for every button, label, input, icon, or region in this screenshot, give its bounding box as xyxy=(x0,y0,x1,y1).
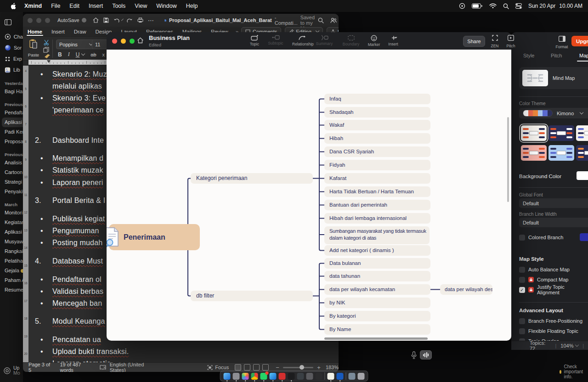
save-icon[interactable] xyxy=(103,17,109,23)
mindmap-subtopic[interactable]: Add net kategori ( dinamis ) xyxy=(324,245,430,256)
map-title[interactable]: Business Plan xyxy=(149,34,190,41)
dock-preview-icon[interactable] xyxy=(349,373,356,380)
waveform-pill[interactable] xyxy=(420,350,432,360)
microphone-icon[interactable] xyxy=(411,351,417,359)
checkbox[interactable]: ✓ xyxy=(519,287,525,293)
option-auto-balance-map[interactable]: Auto Balance Map xyxy=(519,266,570,273)
format-button[interactable]: Format xyxy=(552,36,572,50)
minimize-icon[interactable] xyxy=(36,18,41,23)
mindmap-subtopic[interactable]: Dana CSR Syariah xyxy=(324,146,430,157)
menu-item-tools[interactable]: Tools xyxy=(107,3,130,9)
tool-topic-button[interactable]: Topic xyxy=(244,35,265,46)
sidebar-chat-item[interactable]: Rangkai xyxy=(0,247,23,256)
minimize-icon[interactable] xyxy=(121,39,126,44)
zoom-slider[interactable] xyxy=(283,367,313,368)
colored-branch-checkbox[interactable]: Colored Branch xyxy=(519,234,563,241)
option-compact-map[interactable]: Compact Map xyxy=(519,276,568,283)
cut-icon[interactable] xyxy=(43,39,50,45)
close-icon[interactable] xyxy=(28,18,33,23)
subscript-button[interactable]: x xyxy=(102,52,105,57)
dock-word-icon[interactable] xyxy=(337,373,344,380)
attachment-doc-icon[interactable] xyxy=(107,227,120,248)
sidebar-chat-item[interactable]: Aplikasi xyxy=(0,227,23,237)
control-center-icon[interactable] xyxy=(515,3,522,9)
canvas-zoom-level[interactable]: 104% xyxy=(560,343,573,348)
theme-thumbnail[interactable] xyxy=(548,125,574,141)
branch-line-width-select[interactable]: Default xyxy=(519,218,588,227)
sidebar-chat-item[interactable]: Strategi xyxy=(0,177,23,187)
menu-clock-time[interactable]: 10.00 AM xyxy=(559,3,582,9)
sidebar-chat-item[interactable]: Pelatiha xyxy=(0,256,23,266)
menu-app-name[interactable]: Xmind xyxy=(20,3,46,9)
sidebar-chat-item[interactable]: Paham A xyxy=(0,275,23,285)
sidebar-chat-item[interactable]: Gejala xyxy=(0,266,23,275)
print-icon[interactable] xyxy=(137,17,143,23)
mindmap-subtopic[interactable]: data per wilayah desa xyxy=(440,284,492,295)
view-draft-icon[interactable] xyxy=(262,364,269,371)
share-person-icon[interactable] xyxy=(330,17,337,23)
focus-button[interactable]: Focus xyxy=(207,365,229,370)
theme-thumbnail[interactable] xyxy=(521,145,547,161)
mindmap-subtopic[interactable]: Infaq xyxy=(324,94,430,104)
sidebar-chat-item[interactable]: Penyakit xyxy=(0,187,23,197)
search-icon[interactable] xyxy=(318,17,324,23)
strikethrough-button[interactable]: ab xyxy=(90,52,96,57)
background-color-swatch[interactable] xyxy=(577,171,588,180)
mindmap-subtopic[interactable]: Kafarat xyxy=(324,173,430,184)
copy-icon[interactable] xyxy=(43,47,49,53)
ribbon-tab-draw[interactable]: Draw xyxy=(69,27,91,36)
dock-folder-icon[interactable] xyxy=(297,373,304,380)
view-web-layout-icon[interactable] xyxy=(244,364,250,371)
sidebar-nav-exp[interactable]: Exp xyxy=(0,53,23,64)
global-font-select[interactable]: Default xyxy=(519,198,588,208)
proofing-icon[interactable] xyxy=(100,365,106,370)
tool-relationship-button[interactable]: Relationship xyxy=(292,35,312,46)
dock-trash-icon[interactable] xyxy=(358,373,365,380)
mindmap-branch-topic[interactable]: db filter xyxy=(191,291,313,301)
word-count[interactable]: 19 of 487 words xyxy=(60,362,93,372)
tab-style[interactable]: Style xyxy=(523,53,534,58)
zoom-out-button[interactable]: − xyxy=(276,364,279,371)
mindmap-subtopic[interactable]: data tahunan xyxy=(324,271,430,281)
sidebar-chat-item[interactable]: Monitori xyxy=(0,208,23,218)
dock-safari-icon[interactable] xyxy=(270,373,277,380)
format-painter-icon[interactable] xyxy=(44,54,51,59)
sidebar-upgrade[interactable]: UpMo xyxy=(4,365,20,376)
menu-item-window[interactable]: Window xyxy=(152,3,181,9)
autosave-toggle[interactable]: AutoSave xyxy=(57,17,86,23)
dock-chrome-icon[interactable] xyxy=(251,373,258,380)
undo-icon[interactable] xyxy=(113,18,120,23)
menu-item-view[interactable]: View xyxy=(130,3,152,9)
horizontal-scrollbar[interactable] xyxy=(324,337,428,340)
zoom-icon[interactable] xyxy=(45,18,50,23)
italic-button[interactable]: I xyxy=(68,51,70,58)
mindmap-subtopic[interactable]: Fidyah xyxy=(324,160,430,170)
more-tools-icon[interactable]: ⋯ xyxy=(148,17,154,24)
sidebar-chat-item[interactable]: Resume xyxy=(0,285,23,295)
checkbox[interactable] xyxy=(519,318,525,324)
ribbon-tab-home[interactable]: Home xyxy=(23,27,47,36)
page-indicator[interactable]: Page 3 of 5 xyxy=(28,362,52,372)
mindmap-subtopic[interactable]: Bantuan dari pemerintah xyxy=(324,200,430,210)
apple-logo-icon[interactable] xyxy=(6,3,20,10)
mindmap-subtopic[interactable]: Hibah xyxy=(324,133,430,144)
theme-thumbnail[interactable] xyxy=(576,145,588,161)
mindmap-subtopic[interactable]: Harta Tidak Bertuan / Harta Temuan xyxy=(324,186,430,197)
close-icon[interactable] xyxy=(112,39,117,44)
sidebar-chat-item[interactable]: Analisis xyxy=(0,158,23,168)
sidebar-nav-cha[interactable]: Cha xyxy=(0,31,23,42)
mindmap-subtopic[interactable]: By kategori xyxy=(324,311,430,321)
tool-marker-button[interactable]: Marker xyxy=(364,35,384,47)
menu-item-help[interactable]: Help xyxy=(181,3,203,9)
upgrade-button[interactable]: Upgrade xyxy=(571,36,588,46)
vertical-ruler[interactable]: 4567891011121314151617181920 xyxy=(23,66,28,363)
checkbox[interactable] xyxy=(519,277,525,283)
sidebar-nav-lib[interactable]: Lib xyxy=(0,64,23,75)
battery-icon[interactable] xyxy=(472,3,483,9)
mindmap-subtopic[interactable]: By Name xyxy=(324,324,430,335)
option-justify-topic-alignment[interactable]: ✓Justify Topic Alignment xyxy=(519,286,588,293)
pitch-button[interactable]: Pitch xyxy=(504,35,517,49)
spotlight-search-icon[interactable] xyxy=(503,3,509,9)
dock-notes-icon[interactable] xyxy=(328,373,334,380)
sidebar-chat-item[interactable]: Aplikasi xyxy=(2,118,23,127)
